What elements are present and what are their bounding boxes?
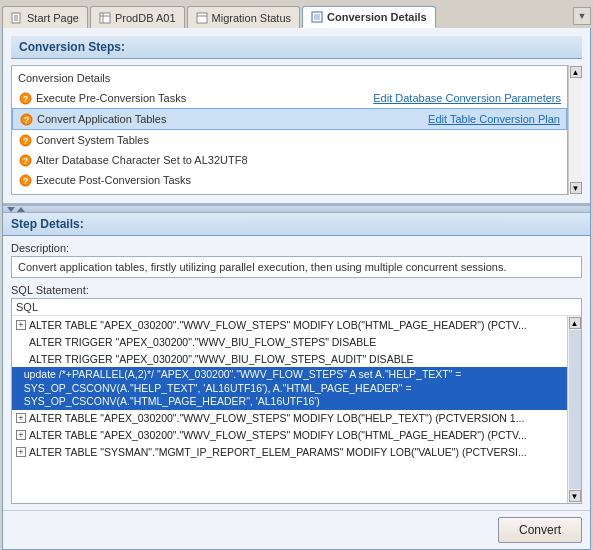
- sql-text-6: ALTER TABLE "APEX_030200"."WWV_FLOW_STEP…: [29, 429, 527, 441]
- step-link-2[interactable]: Edit Table Conversion Plan: [428, 113, 560, 125]
- step-label-4: Alter Database Character Set to AL32UTF8: [36, 154, 561, 166]
- sql-line-1[interactable]: + ALTER TABLE "APEX_030200"."WWV_FLOW_ST…: [12, 316, 567, 333]
- footer: Convert: [3, 510, 590, 549]
- step-label-1: Execute Pre-Conversion Tasks: [36, 92, 369, 104]
- svg-rect-4: [100, 13, 110, 23]
- sql-scroll-down[interactable]: ▼: [569, 490, 581, 502]
- sql-line-3[interactable]: ALTER TRIGGER "APEX_030200"."WWV_BIU_FLO…: [12, 350, 567, 367]
- steps-box-label: Conversion Details: [12, 70, 567, 88]
- sql-text-3: ALTER TRIGGER "APEX_030200"."WWV_BIU_FLO…: [29, 353, 413, 365]
- tab-bar: Start Page ProdDB A01 Migration Status: [0, 0, 593, 28]
- steps-list: ? Execute Pre-Conversion Tasks Edit Data…: [12, 88, 567, 190]
- step-warning-icon-4: ?: [18, 153, 32, 167]
- expand-icon-1[interactable]: +: [16, 320, 26, 330]
- sql-box: SQL + ALTER TABLE "APEX_030200"."WWV_FLO…: [11, 298, 582, 504]
- tab-start-page[interactable]: Start Page: [2, 6, 88, 28]
- step-label-3: Convert System Tables: [36, 134, 561, 146]
- page-icon: [11, 12, 23, 24]
- description-label: Description:: [11, 242, 582, 254]
- chevron-down-icon: ▼: [578, 11, 587, 21]
- svg-rect-7: [197, 13, 207, 23]
- step-link-1[interactable]: Edit Database Conversion Parameters: [373, 92, 561, 104]
- steps-scrollbar[interactable]: ▲ ▼: [568, 65, 582, 195]
- sql-scrollbar[interactable]: ▲ ▼: [567, 316, 581, 503]
- expand-icon-5[interactable]: +: [16, 413, 26, 423]
- svg-text:?: ?: [22, 136, 28, 146]
- tab-prod-db-label: ProdDB A01: [115, 12, 176, 24]
- svg-text:?: ?: [23, 115, 29, 125]
- svg-text:?: ?: [22, 176, 28, 186]
- sql-text-1: ALTER TABLE "APEX_030200"."WWV_FLOW_STEP…: [29, 319, 527, 331]
- step-item-pre-conversion[interactable]: ? Execute Pre-Conversion Tasks Edit Data…: [12, 88, 567, 108]
- status-icon: [196, 12, 208, 24]
- step-label-2: Convert Application Tables: [37, 113, 424, 125]
- splitter[interactable]: [3, 205, 590, 213]
- step-details-title: Step Details:: [11, 217, 84, 231]
- step-warning-icon-3: ?: [18, 133, 32, 147]
- sql-line-4-highlighted[interactable]: update /*+PARALLEL(A,2)*/ "APEX_030200".…: [12, 367, 567, 410]
- conversion-steps-title: Conversion Steps:: [19, 40, 125, 54]
- tab-conversion-details-label: Conversion Details: [327, 11, 427, 23]
- sql-line-2[interactable]: ALTER TRIGGER "APEX_030200"."WWV_BIU_FLO…: [12, 333, 567, 350]
- sql-line-5[interactable]: + ALTER TABLE "APEX_030200"."WWV_FLOW_ST…: [12, 410, 567, 427]
- tab-migration-status-label: Migration Status: [212, 12, 291, 24]
- sql-text-4: update /*+PARALLEL(A,2)*/ "APEX_030200".…: [24, 368, 563, 409]
- splitter-arrow-down: [7, 207, 15, 212]
- step-warning-icon-2: ?: [19, 112, 33, 126]
- step-warning-icon-1: ?: [18, 91, 32, 105]
- tab-prod-db[interactable]: ProdDB A01: [90, 6, 185, 28]
- svg-text:?: ?: [22, 156, 28, 166]
- sql-lines: + ALTER TABLE "APEX_030200"."WWV_FLOW_ST…: [12, 316, 567, 503]
- sql-inner-label: SQL: [12, 299, 581, 316]
- conversion-steps-section: Conversion Steps: Conversion Details ?: [3, 28, 590, 205]
- step-item-app-tables[interactable]: ? Convert Application Tables Edit Table …: [12, 108, 567, 130]
- step-details-header: Step Details:: [3, 213, 590, 236]
- steps-inner: Conversion Details ? Execute Pre-Convers…: [11, 65, 582, 195]
- sql-line-7[interactable]: + ALTER TABLE "SYSMAN"."MGMT_IP_REPORT_E…: [12, 444, 567, 461]
- sql-scroll-thumb: [569, 330, 581, 489]
- step-details-section: Description: Convert application tables,…: [3, 236, 590, 510]
- step-label-5: Execute Post-Conversion Tasks: [36, 174, 561, 186]
- scroll-down-btn[interactable]: ▼: [570, 182, 582, 194]
- db-icon: [99, 12, 111, 24]
- tab-migration-status[interactable]: Migration Status: [187, 6, 300, 28]
- conversion-steps-header: Conversion Steps:: [11, 36, 582, 59]
- main-content: Conversion Steps: Conversion Details ?: [2, 28, 591, 550]
- sql-scroll-up[interactable]: ▲: [569, 317, 581, 329]
- convert-button[interactable]: Convert: [498, 517, 582, 543]
- sql-content: + ALTER TABLE "APEX_030200"."WWV_FLOW_ST…: [12, 316, 581, 503]
- step-item-charset[interactable]: ? Alter Database Character Set to AL32UT…: [12, 150, 567, 170]
- description-text: Convert application tables, firstly util…: [11, 256, 582, 278]
- tab-dropdown-button[interactable]: ▼: [573, 7, 591, 25]
- expand-icon-7[interactable]: +: [16, 447, 26, 457]
- expand-icon-6[interactable]: +: [16, 430, 26, 440]
- sql-text-7: ALTER TABLE "SYSMAN"."MGMT_IP_REPORT_ELE…: [29, 446, 527, 458]
- sql-statement-label: SQL Statement:: [11, 284, 582, 296]
- svg-text:?: ?: [22, 94, 28, 104]
- sql-line-6[interactable]: + ALTER TABLE "APEX_030200"."WWV_FLOW_ST…: [12, 427, 567, 444]
- tab-start-page-label: Start Page: [27, 12, 79, 24]
- step-item-system-tables[interactable]: ? Convert System Tables: [12, 130, 567, 150]
- step-item-post-conversion[interactable]: ? Execute Post-Conversion Tasks: [12, 170, 567, 190]
- tab-conversion-details[interactable]: Conversion Details: [302, 6, 436, 28]
- steps-box: Conversion Details ? Execute Pre-Convers…: [11, 65, 568, 195]
- sql-text-2: ALTER TRIGGER "APEX_030200"."WWV_BIU_FLO…: [29, 336, 376, 348]
- splitter-arrow-up: [17, 207, 25, 212]
- details-icon: [311, 11, 323, 23]
- sql-text-5: ALTER TABLE "APEX_030200"."WWV_FLOW_STEP…: [29, 412, 524, 424]
- step-warning-icon-5: ?: [18, 173, 32, 187]
- scroll-up-btn[interactable]: ▲: [570, 66, 582, 78]
